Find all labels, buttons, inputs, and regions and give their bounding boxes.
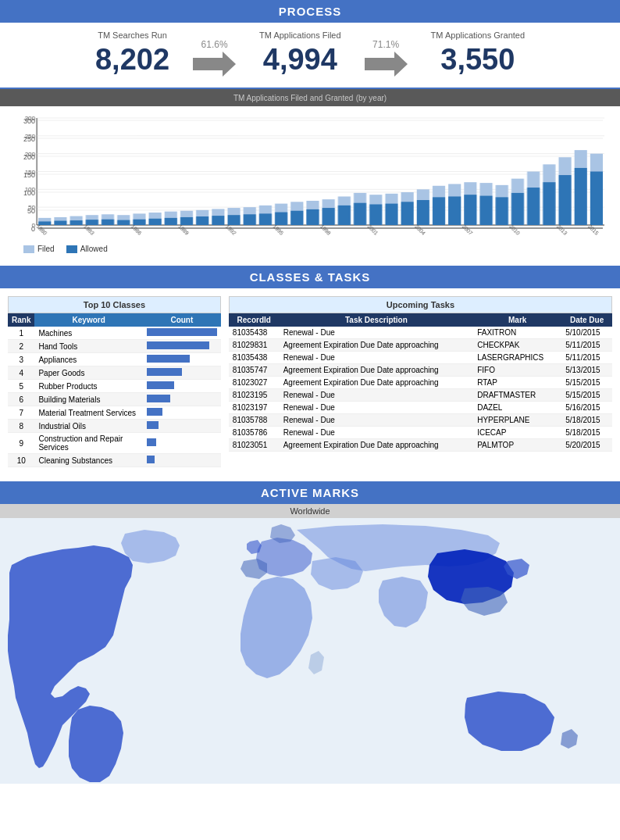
filed-metric: TM Applications Filed 4,994 [244,30,357,77]
table-row: 81035747 Agreement Expiration Due Date a… [229,364,612,377]
rank-cell: 2 [8,340,34,353]
bar-visual [147,395,170,402]
keyword-cell: Material Treatment Services [34,406,142,420]
table-row: 2 Hand Tools [8,340,221,353]
col-date: Date Due [561,313,612,327]
bar-cell [143,380,221,393]
keyword-cell: Rubber Products [34,380,142,393]
bar-cell [143,433,221,454]
task-cell: Renewal - Due [280,427,474,439]
mark-cell: PALMTOP [473,439,561,452]
date-cell: 5/10/2015 [561,327,612,339]
table-row: 5 Rubber Products [8,380,221,393]
bar-chart: 300 250 200 150 100 50 0 [0,106,620,243]
table-row: 81035788 Renewal - Due HYPERPLANE 5/18/2… [229,414,612,427]
searches-metric: TM Searches Run 8,202 [80,30,185,77]
arrow1: 61.6% [185,31,244,77]
date-cell: 5/16/2015 [561,402,612,414]
table-row: 81023197 Renewal - Due DAZEL 5/16/2015 [229,402,612,414]
keyword-cell: Hand Tools [34,340,142,353]
task-cell: Renewal - Due [280,414,474,427]
mark-cell: FAXITRON [473,327,561,339]
world-map-svg [0,518,620,784]
task-cell: Agreement Expiration Due Date approachin… [280,439,474,452]
svg-marker-0 [193,52,236,77]
granted-metric: TM Applications Granted 3,550 [415,30,540,77]
mark-cell: ICECAP [473,427,561,439]
classes-header: CLASSES & TASKS [0,266,620,288]
keyword-cell: Appliances [34,353,142,366]
table-row: 81023195 Renewal - Due DRAFTMASTER 5/15/… [229,389,612,402]
bar-visual [147,355,190,363]
granted-label: TM Applications Granted [431,30,525,40]
mark-cell: DRAFTMASTER [473,389,561,402]
top-classes-header: Top 10 Classes [8,296,221,313]
upcoming-tasks-header: Upcoming Tasks [229,296,612,313]
col-task: Task Description [280,313,474,327]
bar-cell [143,327,221,340]
task-cell: Renewal - Due [280,352,474,364]
table-row: 1 Machines [8,327,221,340]
active-marks-section: ACTIVE MARKS Worldwide [0,481,620,784]
mark-cell: RTAP [473,377,561,389]
date-cell: 5/18/2015 [561,427,612,439]
task-cell: Agreement Expiration Due Date approachin… [280,339,474,352]
task-cell: Agreement Expiration Due Date approachin… [280,377,474,389]
table-row: 10 Cleaning Substances [8,454,221,467]
mark-cell: HYPERPLANE [473,414,561,427]
recordid-cell: 81035747 [229,364,280,377]
recordid-cell: 81035788 [229,414,280,427]
col-rank: Rank [8,313,34,327]
rank-cell: 8 [8,420,34,433]
searches-label: TM Searches Run [95,30,169,40]
recordid-cell: 81035786 [229,427,280,439]
legend-filed-label: Filed [37,245,55,253]
pct1: 61.6% [201,39,228,50]
bar-visual [147,408,162,416]
bar-visual [147,341,209,349]
date-cell: 5/11/2015 [561,352,612,364]
chart-section: TM Applications Filed and Granted (by ye… [0,88,620,259]
arrow2: 71.1% [357,31,415,77]
recordid-cell: 81035438 [229,352,280,364]
recordid-cell: 81023027 [229,377,280,389]
col-recordid: RecordId [229,313,280,327]
recordid-cell: 81029831 [229,339,280,352]
legend-allowed-color [66,245,77,253]
chart-legend: Filed Allowed [0,243,620,259]
task-cell: Agreement Expiration Due Date approachin… [280,364,474,377]
table-row: 81035438 Renewal - Due FAXITRON 5/10/201… [229,327,612,339]
bar-cell [143,340,221,353]
recordid-cell: 81035438 [229,327,280,339]
table-row: 81023051 Agreement Expiration Due Date a… [229,439,612,452]
rank-cell: 9 [8,433,34,454]
rank-cell: 3 [8,353,34,366]
bar-visual [147,368,182,376]
table-row: 9 Construction and Repair Services [8,433,221,454]
rank-cell: 5 [8,380,34,393]
col-mark: Mark [473,313,561,327]
table-row: 7 Material Treatment Services [8,406,221,420]
date-cell: 5/15/2015 [561,377,612,389]
arrow1-icon [193,52,236,77]
arrow2-shape [365,52,408,77]
date-cell: 5/20/2015 [561,439,612,452]
keyword-cell: Paper Goods [34,366,142,380]
keyword-cell: Building Materials [34,393,142,406]
rank-cell: 1 [8,327,34,340]
date-cell: 5/15/2015 [561,389,612,402]
bar-visual [147,328,217,336]
table-row: 81023027 Agreement Expiration Due Date a… [229,377,612,389]
chart-header: TM Applications Filed and Granted (by ye… [0,89,620,106]
active-marks-header: ACTIVE MARKS [0,481,620,504]
bar-cell [143,420,221,433]
col-count: Count [143,313,221,327]
mark-cell: LASERGRAPHICS [473,352,561,364]
table-row: 4 Paper Goods [8,366,221,380]
date-cell: 5/11/2015 [561,339,612,352]
keyword-cell: Industrial Oils [34,420,142,433]
bar-cell [143,366,221,380]
keyword-cell: Cleaning Substances [34,454,142,467]
task-cell: Renewal - Due [280,389,474,402]
granted-value: 3,550 [431,43,525,77]
